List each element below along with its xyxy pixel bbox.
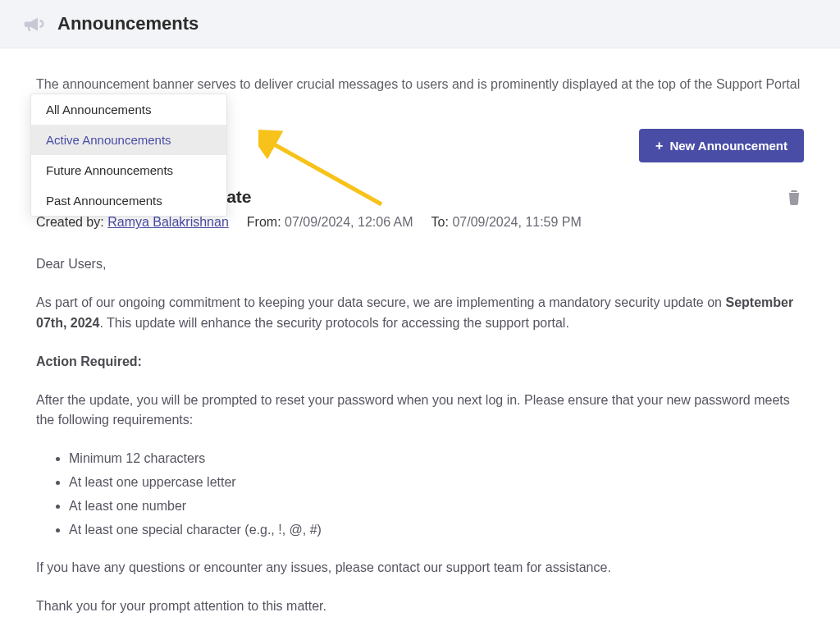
trash-icon xyxy=(784,187,804,207)
announcement-body: Dear Users, As part of our ongoing commi… xyxy=(36,254,804,626)
filter-dropdown[interactable]: All Announcements Active Announcements F… xyxy=(30,94,227,217)
new-announcement-label: New Announcement xyxy=(669,139,788,153)
action-required-label: Action Required: xyxy=(36,352,804,372)
page-title: Announcements xyxy=(57,13,199,34)
to-value: 07/09/2024, 11:59 PM xyxy=(452,215,581,229)
list-item: At least one uppercase letter xyxy=(69,473,804,493)
requirements-list: Minimum 12 characters At least one upper… xyxy=(69,449,804,540)
after-update-text: After the update, you will be prompted t… xyxy=(36,391,804,432)
dropdown-item-all[interactable]: All Announcements xyxy=(31,94,226,125)
page-header: Announcements xyxy=(0,0,840,48)
questions-text: If you have any questions or encounter a… xyxy=(36,558,804,578)
announcement-meta: Created by: Ramya Balakrishnan From: 07/… xyxy=(36,215,582,230)
new-announcement-button[interactable]: + New Announcement xyxy=(639,129,804,162)
plus-icon: + xyxy=(655,139,663,153)
dropdown-item-past[interactable]: Past Announcements xyxy=(31,185,226,216)
delete-announcement-button[interactable] xyxy=(784,187,804,207)
list-item: Minimum 12 characters xyxy=(69,449,804,469)
dropdown-item-future[interactable]: Future Announcements xyxy=(31,155,226,185)
megaphone-icon xyxy=(21,11,46,36)
body-greeting: Dear Users, xyxy=(36,254,804,275)
from-value: 07/09/2024, 12:06 AM xyxy=(285,215,413,229)
list-item: At least one special character (e.g., !,… xyxy=(69,520,804,541)
body-intro: As part of our ongoing commitment to kee… xyxy=(36,293,804,334)
dropdown-item-active[interactable]: Active Announcements xyxy=(31,125,226,155)
from-label: From: xyxy=(247,215,281,229)
to-label: To: xyxy=(431,215,449,229)
announcement-card: Important Security Update Created by: Ra… xyxy=(36,187,804,626)
thanks-text: Thank you for your prompt attention to t… xyxy=(36,596,804,617)
created-by-label: Created by: xyxy=(36,215,104,229)
list-item: At least one number xyxy=(69,496,804,517)
created-by-link[interactable]: Ramya Balakrishnan xyxy=(107,215,229,229)
